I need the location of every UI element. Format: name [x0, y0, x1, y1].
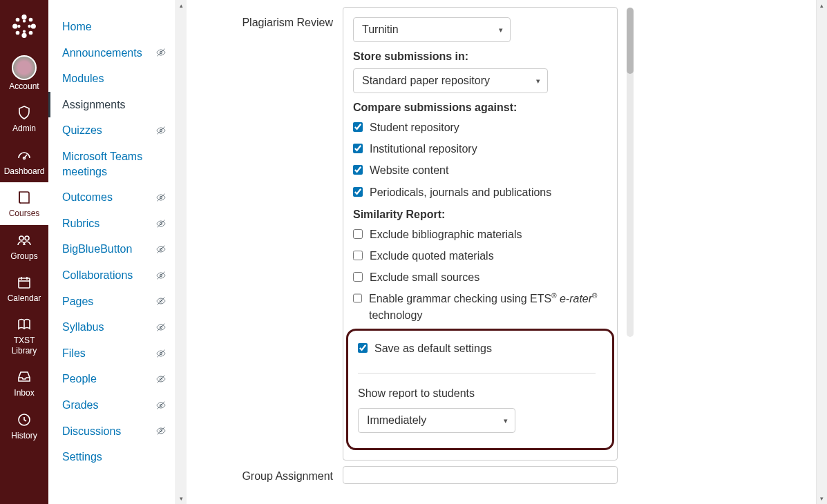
svg-point-14: [25, 236, 29, 240]
chevron-down-icon: ▾: [499, 26, 503, 35]
compare-checkbox[interactable]: [353, 122, 363, 132]
svg-point-9: [23, 30, 26, 32]
similarity-option[interactable]: Exclude small sources: [353, 269, 607, 285]
course-nav-item-grades[interactable]: Grades: [48, 392, 175, 418]
show-report-label: Show report to students: [358, 387, 596, 400]
svg-point-6: [16, 31, 19, 34]
course-nav-item-people[interactable]: People: [48, 366, 175, 392]
chevron-down-icon: ▾: [504, 416, 508, 425]
course-nav-label: Outcomes: [62, 190, 113, 205]
nav-courses[interactable]: Courses: [0, 182, 48, 224]
course-nav-item-outcomes[interactable]: Outcomes: [48, 184, 175, 211]
similarity-checkbox[interactable]: [353, 272, 363, 282]
inbox-icon: [15, 367, 34, 387]
course-nav-item-announcements[interactable]: Announcements: [48, 40, 175, 66]
similarity-option[interactable]: Exclude quoted materials: [353, 248, 607, 264]
hidden-eye-icon: [155, 191, 167, 204]
course-nav-label: Assignments: [62, 97, 126, 113]
course-nav-item-microsoft-teams-meetings[interactable]: Microsoft Teams meetings: [48, 144, 175, 184]
plagiarism-tool-select[interactable]: Turnitin ▾: [353, 17, 511, 42]
course-nav-item-modules[interactable]: Modules: [48, 66, 175, 92]
course-nav-item-settings[interactable]: Settings: [48, 444, 175, 470]
scroll-up-arrow[interactable]: [817, 0, 827, 11]
similarity-checkbox[interactable]: [353, 251, 363, 260]
course-nav-label: Quizzes: [62, 123, 102, 138]
hidden-eye-icon: [155, 373, 167, 385]
course-nav-item-files[interactable]: Files: [48, 340, 175, 367]
nav-admin[interactable]: Admin: [0, 97, 48, 139]
scroll-up-arrow[interactable]: [176, 0, 187, 11]
nav-library[interactable]: TXST Library: [0, 309, 48, 362]
nav-inbox-label: Inbox: [14, 388, 34, 398]
compare-option[interactable]: Periodicals, journals and publications: [353, 184, 607, 200]
svg-point-4: [16, 18, 19, 21]
svg-point-13: [19, 236, 23, 240]
compare-checkbox[interactable]: [353, 144, 363, 153]
grammar-checking-option[interactable]: Enable grammar checking using ETS® e-rat…: [353, 291, 607, 322]
similarity-option-label: Exclude bibliographic materials: [370, 226, 522, 242]
save-default-checkbox[interactable]: [358, 343, 368, 353]
nav-history[interactable]: History: [0, 405, 48, 447]
main-content: Plagiarism Review Turnitin ▾ Store submi…: [187, 0, 816, 504]
nav-library-label: TXST Library: [12, 336, 37, 356]
course-nav-item-rubrics[interactable]: Rubrics: [48, 211, 175, 237]
course-nav-scrollbar[interactable]: [175, 0, 187, 504]
speedometer-icon: [15, 146, 34, 165]
main-area: Plagiarism Review Turnitin ▾ Store submi…: [187, 0, 827, 504]
book-icon: [15, 188, 34, 207]
hidden-eye-icon: [155, 243, 167, 255]
store-submissions-select[interactable]: Standard paper repository ▾: [353, 68, 548, 93]
course-nav-item-pages[interactable]: Pages: [48, 289, 175, 315]
hidden-eye-icon: [155, 124, 167, 137]
course-nav-item-bigbluebutton[interactable]: BigBlueButton: [48, 236, 175, 262]
course-nav-label: Modules: [62, 71, 104, 86]
course-nav-item-assignments[interactable]: Assignments: [48, 92, 175, 118]
compare-checkbox[interactable]: [353, 187, 363, 197]
course-nav-wrap: HomeAnnouncementsModulesAssignmentsQuizz…: [48, 0, 187, 504]
main-scrollbar[interactable]: [816, 0, 827, 504]
group-assignment-row: Group Assignment: [193, 466, 809, 484]
hidden-eye-icon: [155, 425, 167, 437]
inner-scrollbar-thumb[interactable]: [627, 8, 634, 74]
svg-rect-15: [19, 278, 30, 288]
nav-account[interactable]: Account: [0, 50, 48, 97]
compare-checkbox[interactable]: [353, 165, 363, 175]
plagiarism-review-row: Plagiarism Review Turnitin ▾ Store submi…: [193, 7, 809, 461]
open-book-icon: [15, 315, 34, 334]
similarity-option[interactable]: Exclude bibliographic materials: [353, 226, 607, 242]
canvas-logo-icon[interactable]: [10, 12, 38, 40]
hidden-eye-icon: [155, 347, 167, 360]
course-nav-item-discussions[interactable]: Discussions: [48, 418, 175, 445]
nav-calendar-label: Calendar: [8, 293, 41, 303]
scroll-down-arrow[interactable]: [176, 493, 187, 504]
nav-groups-label: Groups: [10, 251, 37, 261]
svg-point-7: [29, 31, 32, 34]
nav-dashboard[interactable]: Dashboard: [0, 140, 48, 182]
save-default-option[interactable]: Save as default settings: [358, 340, 596, 356]
course-nav-label: Grades: [62, 398, 98, 413]
similarity-checkbox[interactable]: [353, 229, 363, 239]
scroll-down-arrow[interactable]: [817, 493, 827, 504]
course-nav-label: Discussions: [62, 424, 121, 439]
grammar-label: Enable grammar checking using ETS® e-rat…: [369, 291, 607, 322]
grammar-mid: e-rater: [560, 293, 592, 304]
nav-groups[interactable]: Groups: [0, 225, 48, 267]
compare-against-label: Compare submissions against:: [353, 101, 607, 114]
compare-option-label: Website content: [370, 162, 448, 178]
compare-option[interactable]: Website content: [353, 162, 607, 178]
similarity-report-label: Similarity Report:: [353, 209, 607, 221]
course-nav-item-syllabus[interactable]: Syllabus: [48, 314, 175, 340]
plagiarism-review-label: Plagiarism Review: [193, 7, 343, 29]
course-nav-item-home[interactable]: Home: [48, 14, 175, 40]
compare-option[interactable]: Student repository: [353, 119, 607, 135]
course-nav-item-collaborations[interactable]: Collaborations: [48, 262, 175, 289]
nav-inbox[interactable]: Inbox: [0, 362, 48, 404]
nav-calendar[interactable]: Calendar: [0, 267, 48, 309]
people-icon: [15, 231, 34, 250]
course-nav-item-quizzes[interactable]: Quizzes: [48, 117, 175, 144]
store-submissions-label: Store submissions in:: [353, 50, 607, 63]
compare-option[interactable]: Institutional repository: [353, 141, 607, 157]
show-report-select[interactable]: Immediately ▾: [358, 408, 515, 433]
grammar-checkbox[interactable]: [353, 293, 362, 303]
store-submissions-value: Standard paper repository: [362, 75, 490, 86]
